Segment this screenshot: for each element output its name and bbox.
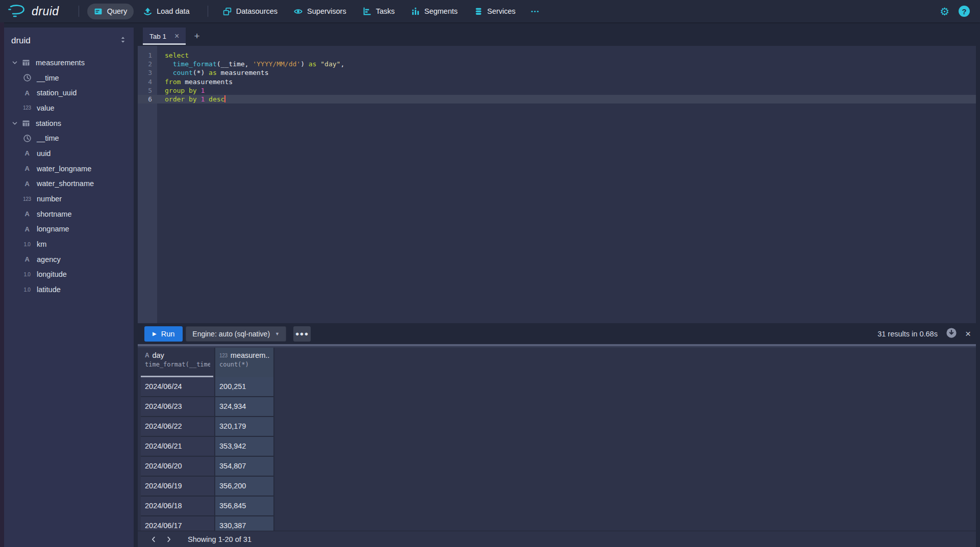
nav-item-tasks[interactable]: Tasks (356, 4, 401, 19)
column-header-measurements[interactable]: 123 measurem... count(*) (215, 348, 274, 377)
cell-day[interactable]: 2024/06/24 (141, 377, 215, 397)
console-icon (94, 7, 103, 16)
cell-day[interactable]: 2024/06/17 (141, 516, 215, 531)
cell-measurements[interactable]: 324,934 (215, 397, 274, 417)
column-item-agency[interactable]: Aagency (4, 252, 134, 267)
nav-item-label: Load data (157, 7, 190, 15)
text-cursor (224, 95, 225, 102)
column-item-latitude[interactable]: 1.0latitude (4, 282, 134, 297)
column-item-__time[interactable]: __time (4, 131, 134, 146)
clock-icon (21, 73, 33, 82)
cell-day[interactable]: 2024/06/20 (141, 457, 215, 477)
column-item-number[interactable]: 123number (4, 191, 134, 206)
column-label: number (37, 195, 62, 203)
column-item-__time[interactable]: __time (4, 70, 134, 86)
cell-measurements[interactable]: 353,942 (215, 437, 274, 457)
logo-text: druid (32, 5, 59, 18)
run-button[interactable]: ▶ Run (144, 326, 183, 342)
close-results-icon[interactable]: × (965, 329, 971, 338)
float-type-icon: 1.0 (21, 242, 33, 247)
clock-icon (21, 134, 33, 143)
column-label: __time (37, 74, 59, 82)
database-icon (474, 7, 483, 16)
schema-title: druid (11, 36, 31, 46)
chevron-down-icon: ▼ (275, 331, 280, 336)
line-code: from measurements (157, 77, 233, 86)
nav-item-label: Datasources (236, 7, 278, 15)
cell-day[interactable]: 2024/06/22 (141, 417, 215, 437)
cell-day[interactable]: 2024/06/19 (141, 477, 215, 497)
cell-measurements[interactable]: 354,807 (215, 457, 274, 477)
cell-measurements[interactable]: 356,845 (215, 497, 274, 516)
line-code: count(*) as measurements (157, 68, 269, 77)
column-name: day (152, 351, 164, 359)
line-number: 6 (138, 95, 157, 103)
sort-icon[interactable] (119, 36, 127, 46)
string-type-icon: A (145, 352, 149, 359)
table-item-stations[interactable]: stations (4, 116, 134, 131)
column-item-longname[interactable]: Alongname (4, 222, 134, 237)
prev-page-icon[interactable] (146, 533, 161, 546)
string-type-icon: A (21, 255, 33, 263)
string-type-icon: A (21, 180, 33, 188)
column-item-uuid[interactable]: Auuid (4, 146, 134, 161)
line-code: group by 1 (157, 86, 205, 95)
sql-editor[interactable]: 1select2 time_format(__time, 'YYYY/MM/dd… (138, 46, 976, 323)
editor-line-6[interactable]: 6order by 1 desc (138, 95, 976, 103)
pagination-bar: Showing 1-20 of 31 (138, 531, 976, 547)
query-more-button[interactable]: ●●● (293, 326, 311, 342)
sidebar-header: druid (4, 28, 134, 49)
table-row: 2024/06/24200,251 (141, 377, 277, 397)
gantt-icon (363, 7, 371, 16)
engine-select-button[interactable]: Engine: auto (sql-native) ▼ (186, 326, 286, 342)
datasources-icon (223, 7, 232, 16)
navbar: druid Query Load data Datasources (0, 0, 980, 22)
editor-line-5[interactable]: 5group by 1 (138, 86, 976, 95)
editor-line-3[interactable]: 3 count(*) as measurements (138, 68, 976, 77)
tab-tab1[interactable]: Tab 1 × (143, 28, 186, 45)
left-edge-strip (0, 22, 4, 547)
cell-day[interactable]: 2024/06/21 (141, 437, 215, 457)
table-row: 2024/06/20354,807 (141, 457, 277, 477)
more-icon (531, 7, 539, 16)
cell-measurements[interactable]: 356,200 (215, 477, 274, 497)
nav-item-supervisors[interactable]: Supervisors (287, 4, 353, 19)
column-item-water_shortname[interactable]: Awater_shortname (4, 176, 134, 192)
editor-line-1[interactable]: 1select (138, 51, 976, 60)
line-number: 4 (138, 77, 157, 86)
next-page-icon[interactable] (161, 533, 177, 546)
table-label: stations (36, 119, 61, 127)
column-label: latitude (37, 285, 61, 294)
table-item-measurements[interactable]: measurements (4, 55, 134, 70)
cell-measurements[interactable]: 320,179 (215, 417, 274, 437)
column-item-km[interactable]: 1.0km (4, 237, 134, 252)
nav-item-load-data[interactable]: Load data (137, 4, 196, 19)
column-header-day[interactable]: A day time_format(__time, … (141, 348, 215, 377)
editor-line-4[interactable]: 4from measurements (138, 77, 976, 86)
druid-logo[interactable]: druid (7, 4, 59, 19)
column-item-shortname[interactable]: Ashortname (4, 206, 134, 222)
column-label: agency (37, 255, 61, 264)
column-item-water_longname[interactable]: Awater_longname (4, 161, 134, 176)
cell-measurements[interactable]: 330,387 (215, 516, 274, 531)
column-item-value[interactable]: 123value (4, 100, 134, 116)
nav-item-datasources[interactable]: Datasources (216, 4, 284, 19)
add-tab-button[interactable]: + (186, 28, 208, 45)
string-type-icon: A (21, 149, 33, 157)
nav-item-query[interactable]: Query (87, 4, 134, 19)
nav-item-services[interactable]: Services (467, 4, 522, 19)
nav-more-button[interactable] (525, 4, 544, 19)
table-row: 2024/06/19356,200 (141, 477, 277, 497)
editor-line-2[interactable]: 2 time_format(__time, 'YYYY/MM/dd') as "… (138, 60, 976, 68)
gear-icon[interactable]: ⚙ (940, 6, 949, 17)
cell-day[interactable]: 2024/06/18 (141, 497, 215, 516)
column-item-station_uuid[interactable]: Astation_uuid (4, 85, 134, 100)
cell-measurements[interactable]: 200,251 (215, 377, 274, 397)
column-item-longitude[interactable]: 1.0longitude (4, 267, 134, 282)
download-icon[interactable] (946, 327, 957, 341)
cell-day[interactable]: 2024/06/23 (141, 397, 215, 417)
help-icon[interactable]: ? (959, 6, 970, 17)
tab-close-icon[interactable]: × (174, 32, 179, 40)
nav-item-segments[interactable]: Segments (405, 4, 464, 19)
column-label: station_uuid (37, 89, 77, 97)
